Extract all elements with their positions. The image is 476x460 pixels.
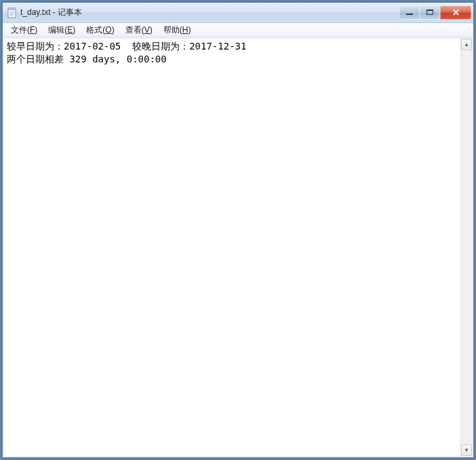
vertical-scrollbar[interactable]: ▲ ▼ xyxy=(460,39,472,456)
menu-format[interactable]: 格式(O) xyxy=(81,23,119,37)
menu-edit[interactable]: 编辑(E) xyxy=(43,23,81,37)
minimize-button[interactable] xyxy=(399,6,420,20)
close-icon: ✕ xyxy=(452,8,460,17)
text-editor[interactable]: 较早日期为：2017-02-05 较晚日期为：2017-12-31 两个日期相差… xyxy=(4,39,460,456)
scroll-down-button[interactable]: ▼ xyxy=(461,444,472,456)
chevron-up-icon: ▲ xyxy=(464,41,469,47)
maximize-button[interactable] xyxy=(420,6,440,20)
maximize-icon xyxy=(427,9,433,15)
titlebar[interactable]: t_day.txt - 记事本 ✕ xyxy=(3,3,473,23)
notepad-window: t_day.txt - 记事本 ✕ 文件(F) 编辑(E) 格式(O) 查看(V… xyxy=(2,2,474,458)
menu-view[interactable]: 查看(V) xyxy=(120,23,158,37)
content-area: 较早日期为：2017-02-05 较晚日期为：2017-12-31 两个日期相差… xyxy=(3,38,473,457)
window-controls: ✕ xyxy=(399,6,471,20)
close-button[interactable]: ✕ xyxy=(440,6,471,20)
minimize-icon xyxy=(406,14,413,15)
svg-rect-1 xyxy=(8,8,16,10)
menubar: 文件(F) 编辑(E) 格式(O) 查看(V) 帮助(H) xyxy=(3,23,473,37)
text-line: 两个日期相差 329 days, 0:00:00 xyxy=(7,54,167,64)
menu-help[interactable]: 帮助(H) xyxy=(158,23,197,37)
scroll-up-button[interactable]: ▲ xyxy=(461,39,472,50)
scroll-track[interactable] xyxy=(461,50,472,444)
text-line: 较早日期为：2017-02-05 较晚日期为：2017-12-31 xyxy=(7,41,246,52)
menu-file[interactable]: 文件(F) xyxy=(5,23,43,37)
window-title: t_day.txt - 记事本 xyxy=(20,7,399,18)
chevron-down-icon: ▼ xyxy=(464,447,469,453)
notepad-icon xyxy=(7,7,18,18)
